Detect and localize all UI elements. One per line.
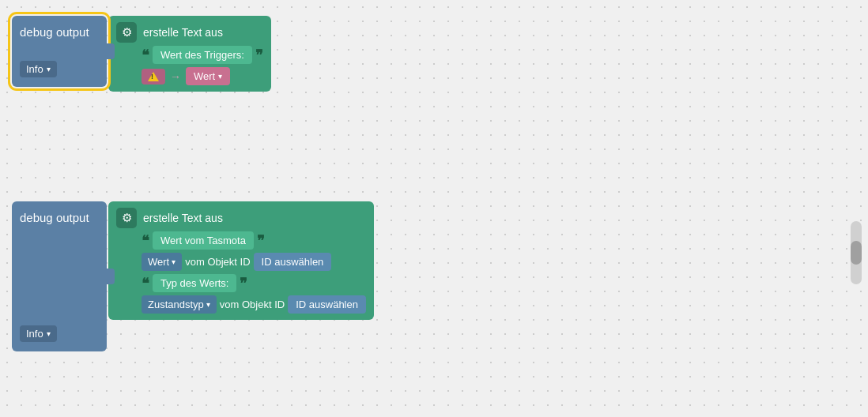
info-button-2[interactable]: Info: [20, 325, 57, 342]
zustand-dropdown[interactable]: Zustandstyp: [142, 295, 217, 314]
block-header-2: ⚙ erstelle Text aus: [116, 208, 366, 228]
debug-block-2: debug output Info: [12, 201, 107, 351]
scrollbar-track: [851, 221, 862, 284]
block-group-1: debug output Info ⚙ erstelle Text aus ❝ …: [12, 16, 271, 92]
block-group-2: debug output Info ⚙ erstelle Text aus ❝ …: [12, 201, 374, 351]
string-row-1: ❝ Wert des Triggers: ❞: [142, 46, 263, 64]
quote-open-1: ❝: [142, 48, 149, 62]
arrow-icon-1: →: [170, 70, 181, 83]
quote-close-2b: ❞: [240, 276, 247, 291]
string-pill-2a: Wert vom Tasmota: [153, 231, 254, 250]
string-row-2b: ❝ Typ des Werts: ❞: [142, 274, 366, 292]
warning-icon-block-1: [142, 69, 165, 85]
id-select-1[interactable]: ID auswählen: [254, 253, 332, 271]
zustand-row: Zustandstyp vom Objekt ID ID auswählen: [142, 295, 366, 314]
header-label-1: erstelle Text aus: [143, 26, 223, 39]
quote-close-1: ❞: [255, 48, 263, 62]
string-pill-2b: Typ des Werts:: [153, 274, 236, 292]
wert-row-2: Wert vom Objekt ID ID auswählen: [142, 253, 366, 271]
warning-triangle-1: [148, 72, 159, 81]
main-block-2: ⚙ erstelle Text aus ❝ Wert vom Tasmota ❞…: [108, 201, 374, 320]
debug-block-1: debug output Info: [12, 16, 107, 87]
value-row-1: → Wert: [142, 67, 263, 85]
quote-close-2a: ❞: [257, 234, 265, 248]
quote-open-2a: ❝: [142, 234, 149, 248]
debug-label-1: debug output: [20, 25, 89, 39]
from-obj-label-2b: vom Objekt ID: [220, 299, 285, 310]
string-pill-1: Wert des Triggers:: [153, 46, 252, 64]
scrollbar-thumb[interactable]: [851, 241, 862, 265]
from-obj-label-2: vom Objekt ID: [185, 256, 250, 268]
header-label-2: erstelle Text aus: [143, 212, 223, 224]
id-select-2[interactable]: ID auswählen: [288, 295, 366, 314]
gear-icon-1[interactable]: ⚙: [116, 22, 137, 43]
main-block-1: ⚙ erstelle Text aus ❝ Wert des Triggers:…: [108, 16, 271, 92]
info-button-1[interactable]: Info: [20, 61, 57, 77]
quote-open-2b: ❝: [142, 276, 149, 291]
string-row-2a: ❝ Wert vom Tasmota ❞: [142, 231, 366, 250]
wert-dropdown-2[interactable]: Wert: [142, 253, 182, 271]
gear-icon-2[interactable]: ⚙: [116, 208, 137, 228]
debug-label-2: debug output: [20, 211, 89, 224]
wert-dropdown-1[interactable]: Wert: [186, 67, 230, 85]
block-header-1: ⚙ erstelle Text aus: [116, 22, 263, 43]
